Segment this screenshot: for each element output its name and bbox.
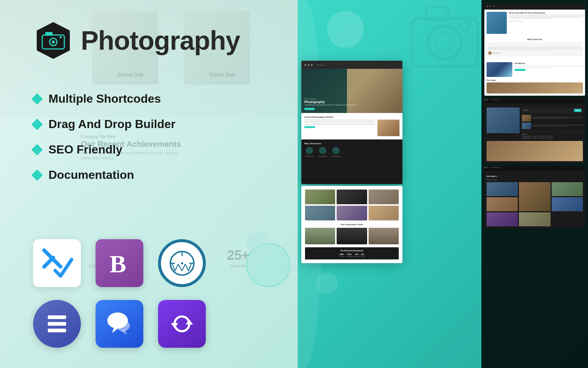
hero-caption: A WordPress Photography Theme for Studio… (304, 104, 358, 106)
text-line (509, 17, 583, 18)
blog-main-image (487, 107, 520, 133)
blog-categories: Archives Photography Studio Events Weddi… (522, 131, 583, 139)
why-icon-1: We Discuss (304, 147, 315, 157)
gallery-cell-5 (337, 206, 367, 220)
choosing-text: Choosing The Best Our Recent Achievement… (81, 134, 184, 161)
team-cell-3 (369, 228, 399, 244)
screenshots-container: Photography San Studio Photography A Wor… (298, 0, 588, 368)
svg-rect-16 (48, 329, 66, 332)
ach-stat-2: 150+ Customers (346, 253, 353, 257)
about-name: Director and Founder (509, 20, 583, 22)
testimonial-box: " Emma Doe (487, 42, 583, 56)
grid-title: Grid Style 1 (487, 175, 583, 177)
why-title: Why Choose Us (304, 142, 399, 145)
tag-1: Photography (522, 136, 531, 139)
feature-label-shortcodes: Multiple Shortcodes (49, 92, 161, 106)
blog-search: Search Blog (522, 107, 583, 113)
mission-text: Our Mission (514, 62, 583, 71)
text-line (304, 120, 375, 120)
grid-nav-label: Photography Gallery (491, 167, 501, 168)
team-grid (305, 228, 399, 244)
why-icon-3: Video Editing (331, 147, 341, 157)
text-line (304, 124, 375, 125)
diamond-icon-4 (31, 169, 43, 181)
mission-button[interactable] (514, 69, 526, 71)
t-line (488, 49, 553, 50)
plugin-xaml (33, 239, 81, 287)
why-label-1: We Discuss (304, 155, 315, 157)
svg-point-5 (60, 36, 62, 38)
about-page-preview: About Us We Are Here With 25 Years Of Ex… (484, 3, 585, 96)
testimonials-section: What Clients Say " Emma Doe (484, 36, 585, 60)
gallery-grid (305, 190, 399, 220)
nav-dot-3 (311, 64, 313, 66)
achievements-title: Our Recent Achievements (307, 250, 397, 252)
thumb-line (532, 126, 568, 127)
blog-thumb-1 (522, 115, 531, 121)
plugin-update (158, 300, 206, 348)
rpc-dot (487, 99, 488, 100)
gallery-cell-6 (369, 206, 399, 220)
why-circle-1 (306, 147, 313, 154)
feature-item-builder: Drag And Drop Builder (33, 117, 175, 131)
about-title: About Photography Studios (304, 116, 399, 118)
tag-4: Wedding (546, 136, 553, 139)
team-cell-1 (305, 228, 335, 244)
rpc-dot (484, 99, 486, 100)
testimonial-author: Emma Doe (488, 51, 581, 55)
preview-main-site: Photography San Studio Photography A Wor… (301, 61, 402, 184)
preview-navbar: Photography (301, 61, 402, 69)
plugins-row-2 (33, 300, 206, 348)
svg-marker-20 (121, 330, 127, 335)
vision-title: Our Vision (487, 79, 583, 81)
mission-title: Our Mission (514, 62, 583, 64)
about-image (377, 120, 399, 136)
grid-photos (487, 182, 583, 226)
m-line (514, 66, 583, 67)
why-circle-3 (332, 147, 340, 154)
emma-label-2: Emma Doe (209, 72, 235, 78)
blog-sidebar: Search Blog (522, 107, 583, 139)
team-cell-2 (337, 228, 367, 244)
author-avatar (488, 51, 492, 55)
about-content-preview: We Are Here With 25 Years Of Experience … (484, 10, 585, 36)
text-line (509, 18, 553, 19)
text-line (304, 123, 375, 123)
vision-image (487, 82, 583, 93)
t-line (488, 48, 581, 49)
logo-area: Photography (33, 20, 240, 61)
plugin-wordpress (158, 239, 206, 287)
blog-content-area: Search Blog (484, 105, 585, 163)
logo-hexagon (33, 20, 74, 61)
ach-stat-4: 10+ Years (361, 253, 365, 257)
about-nav-label: About Us (493, 6, 498, 7)
emma-label-1: Emma Doe (118, 72, 143, 78)
blog-preview-header: Photography Blog (484, 99, 585, 103)
mission-row: Our Mission (487, 62, 583, 77)
blog-thumb-row-2 (522, 123, 583, 129)
why-label-3: Video Editing (331, 155, 341, 157)
team-title: Our Experience Team (305, 223, 399, 226)
right-column-previews: About Us We Are Here With 25 Years Of Ex… (481, 0, 588, 368)
thumb-line (532, 117, 583, 118)
quote-icon: " (488, 43, 581, 46)
blog-thumb-text (532, 117, 583, 119)
text-line (304, 121, 375, 122)
tag-3: Events (539, 136, 545, 139)
t-line (488, 47, 581, 48)
svg-line-7 (44, 258, 53, 267)
why-circle-2 (319, 147, 326, 154)
grid-subtitle: Gallery Portfolio (487, 179, 583, 181)
svg-point-10 (181, 262, 183, 264)
achievements-stats: 100+ Projects 150+ Customers 25+ Awards (307, 253, 397, 257)
blog-nav-label: Photography Blog (491, 99, 500, 100)
ach-label-1: Projects (339, 255, 344, 257)
about-btn (304, 126, 315, 128)
about-text (304, 120, 375, 136)
grid-page-preview: Photography Gallery Grid Style 1 Gallery… (484, 166, 585, 229)
mission-section: Our Mission Our Vision (484, 60, 585, 96)
about-preview-title: We Are Here With 25 Years Of Experience (509, 12, 583, 14)
about-content (304, 120, 399, 136)
recent-desc: Neque porro quisquam est qui dolorem psu… (81, 151, 184, 161)
ach-stat-1: 100+ Projects (339, 253, 344, 257)
